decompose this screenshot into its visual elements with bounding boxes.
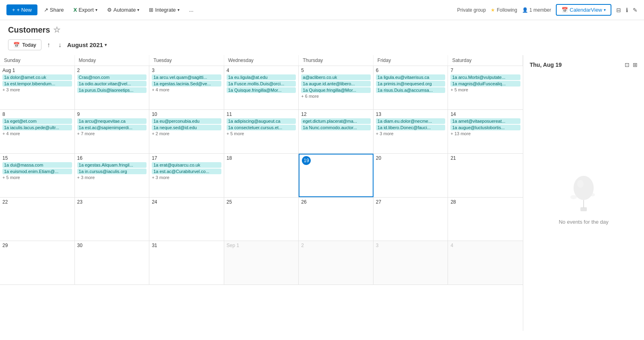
cal-day[interactable]: 22 [0, 198, 75, 241]
cal-day[interactable]: 23 [75, 198, 150, 241]
cal-day[interactable]: 81a eget@et.com1a iaculis.lacus.pede@ult… [0, 110, 75, 153]
cal-day[interactable]: 20 [374, 154, 448, 197]
cal-event[interactable]: a@aclibero.co.uk [301, 74, 371, 80]
cal-day[interactable]: 71a arcu.Morbi@vulputate...1a magnis@dui… [448, 66, 523, 109]
cal-event[interactable]: 1a ligula.eu@vitaerisus.ca [376, 74, 446, 80]
cal-event[interactable]: 1a diam.eu.dolor@necme... [376, 118, 446, 124]
cal-day[interactable]: 41a eu.ligula@at.edu1a Fusce.mollis.Duis… [224, 66, 299, 109]
cal-day[interactable]: 24 [149, 198, 224, 241]
cal-day[interactable]: 2 [299, 241, 374, 284]
cal-event[interactable]: 1a iaculis.lacus.pede@ultr... [2, 125, 72, 130]
info-icon[interactable]: ℹ [626, 7, 628, 13]
more-events-link[interactable]: + 3 more [77, 175, 147, 180]
filter-icon[interactable]: ⊟ [616, 7, 621, 13]
cal-day[interactable]: 25 [224, 198, 299, 241]
cal-day[interactable]: 2Cras@non.com1a odio.auctor.vitae@vel...… [75, 66, 150, 109]
integrate-button[interactable]: ⊞ Integrate ▾ [146, 5, 182, 14]
cal-event[interactable]: 1a est.ac@Curabiturvel.co... [152, 169, 221, 174]
automate-button[interactable]: ⚙ Automate ▾ [104, 5, 143, 14]
today-button[interactable]: 📅 Today [8, 39, 41, 50]
cal-day[interactable]: 111a adipiscing@augueut.ca1a consectetue… [224, 110, 299, 153]
cal-event[interactable]: 1a eu@perconubia.edu [152, 118, 221, 124]
cal-event[interactable]: 1a neque.sed@id.edu [152, 125, 221, 130]
cal-event[interactable]: 1a Quisque.fringilla@Mor... [227, 87, 296, 93]
layout-icon[interactable]: ⊞ [633, 62, 638, 68]
cal-day[interactable]: 151a dui@massa.com1a euismod.enim.Etiam@… [0, 154, 75, 197]
cal-day[interactable]: 18 [224, 154, 299, 197]
more-events-link[interactable]: + 7 more [77, 131, 147, 136]
cal-event[interactable]: 1a augue.id.ante@libero... [301, 81, 371, 87]
cal-event[interactable]: 1a est.tempor.bibendum... [2, 81, 72, 87]
next-month-button[interactable]: ↓ [56, 40, 64, 50]
cal-day[interactable]: 26 [299, 198, 374, 241]
cal-day[interactable]: 101a eu@perconubia.edu1a neque.sed@id.ed… [149, 110, 224, 153]
more-events-link[interactable]: + 13 more [450, 131, 520, 136]
cal-day[interactable]: 31 [149, 241, 224, 284]
cal-event[interactable]: 1a dui@massa.com [2, 162, 72, 168]
cal-event[interactable]: 1a in.cursus@iaculis.org [77, 169, 147, 174]
prev-month-button[interactable]: ↑ [45, 40, 53, 50]
cal-event[interactable]: 1a Fusce.mollis.Duis@orci... [227, 81, 296, 87]
more-events-link[interactable]: + 6 more [301, 94, 371, 99]
cal-event[interactable]: 1a primis.in@nequesed.org [376, 81, 446, 87]
cal-day[interactable]: Sep 1 [224, 241, 299, 284]
cal-event[interactable]: 1a est.ac@sapienimperdi... [77, 125, 147, 130]
cal-event[interactable]: 1a purus.Duis@laoreetips... [77, 87, 147, 93]
cal-event[interactable]: 1a arcu@nequevitae.ca [77, 118, 147, 124]
cal-day[interactable]: 5a@aclibero.co.uk1a augue.id.ante@libero… [299, 66, 374, 109]
cal-event[interactable]: 1a risus.Duis.a@accumsa... [376, 87, 446, 93]
more-events-link[interactable]: + 3 more [2, 87, 72, 92]
cal-day[interactable]: 131a diam.eu.dolor@necme...1a id.libero.… [374, 110, 448, 153]
cal-day[interactable]: 161a egestas.Aliquam.fringil...1a in.cur… [75, 154, 150, 197]
cal-event[interactable]: 1a arcu.vel.quam@sagitti... [152, 74, 221, 80]
cal-day[interactable]: 30 [75, 241, 150, 284]
expand-icon[interactable]: ⊡ [625, 62, 630, 68]
more-events-link[interactable]: + 5 more [450, 87, 520, 92]
cal-event[interactable]: 1a amet@vitaeposuereat... [450, 118, 520, 124]
cal-event[interactable]: 1a Nunc.commodo.auctor... [301, 125, 371, 130]
cal-event[interactable]: 1a eu.ligula@at.edu [227, 74, 296, 80]
cal-day[interactable]: 91a arcu@nequevitae.ca1a est.ac@sapienim… [75, 110, 150, 153]
cal-day[interactable]: 21 [448, 154, 523, 197]
cal-day[interactable]: 29 [0, 241, 75, 284]
cal-day[interactable]: 4 [448, 241, 523, 284]
cal-day[interactable]: 61a ligula.eu@vitaerisus.ca1a primis.in@… [374, 66, 448, 109]
cal-day[interactable]: 141a amet@vitaeposuereat...1a augue@luct… [448, 110, 523, 153]
more-events-link[interactable]: + 4 more [152, 87, 221, 92]
cal-event[interactable]: 1a eget@et.com [2, 118, 72, 124]
more-events-link[interactable]: + 5 more [2, 175, 72, 180]
following-button[interactable]: ★ Following [491, 7, 517, 13]
cal-event[interactable]: 1a Quisque.fringilla@Mor... [301, 87, 371, 93]
cal-day[interactable]: 12eget.dictum.placerat@ma...1a Nunc.comm… [299, 110, 374, 153]
new-button[interactable]: + + New [6, 4, 37, 15]
share-button[interactable]: ↗ Share [41, 5, 67, 14]
cal-event[interactable]: 1a id.libero.Donec@fauci... [376, 125, 446, 130]
cal-event[interactable]: 1a magnis@duiFuscealiq... [450, 81, 520, 87]
more-events-link[interactable]: + 3 more [376, 131, 446, 136]
more-events-link[interactable]: + 5 more [227, 131, 296, 136]
cal-event[interactable]: 1a arcu.Morbi@vulputate... [450, 74, 520, 80]
more-button[interactable]: ... [186, 5, 197, 14]
cal-event[interactable]: 1a odio.auctor.vitae@vel... [77, 81, 147, 87]
cal-day[interactable]: 28 [448, 198, 523, 241]
cal-event[interactable]: Cras@non.com [77, 74, 147, 80]
edit-icon[interactable]: ✎ [633, 7, 638, 13]
month-label[interactable]: August 2021 ▾ [67, 41, 107, 48]
cal-day[interactable]: 171a erat@quisarcu.co.uk1a est.ac@Curabi… [149, 154, 224, 197]
cal-event[interactable]: 1a euismod.enim.Etiam@... [2, 169, 72, 174]
more-events-link[interactable]: + 3 more [152, 175, 221, 180]
cal-day[interactable]: 19 [299, 154, 374, 197]
cal-day[interactable]: 27 [374, 198, 448, 241]
cal-event[interactable]: 1a augue@luctuslobortis... [450, 125, 520, 130]
export-button[interactable]: X Export ▾ [70, 5, 101, 14]
cal-event[interactable]: 1a egestas.lacinia.Sed@ve... [152, 81, 221, 87]
favorite-star-icon[interactable]: ☆ [53, 25, 60, 35]
cal-day[interactable]: 31a arcu.vel.quam@sagitti...1a egestas.l… [149, 66, 224, 109]
cal-event[interactable]: 1a consectetuer.cursus.et... [227, 125, 296, 130]
cal-event[interactable]: 1a erat@quisarcu.co.uk [152, 162, 221, 168]
cal-event[interactable]: 1a adipiscing@augueut.ca [227, 118, 296, 124]
cal-day[interactable]: Aug 11a dolor@amet.co.uk1a est.tempor.bi… [0, 66, 75, 109]
calendar-view-button[interactable]: 📅 CalendarView ▾ [556, 4, 611, 16]
more-events-link[interactable]: + 4 more [2, 131, 72, 136]
cal-event[interactable]: eget.dictum.placerat@ma... [301, 118, 371, 124]
